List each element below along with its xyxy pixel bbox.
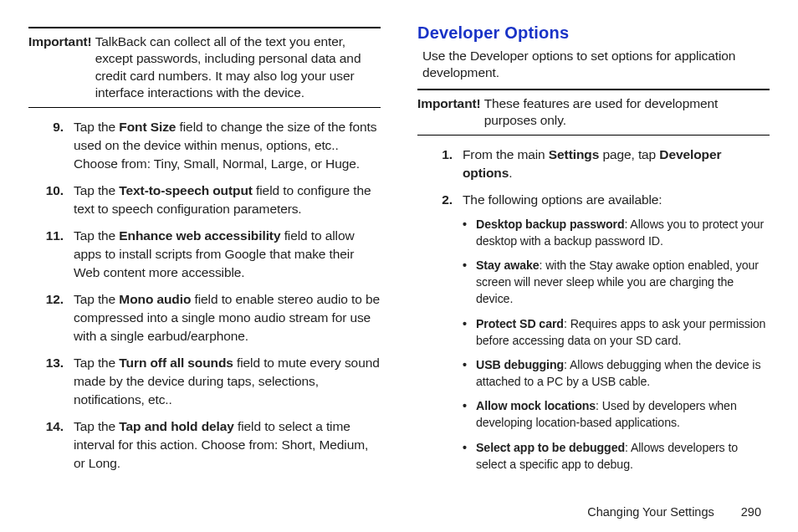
step-body: Tap the Enhance web accessibility field … [74, 227, 381, 282]
callout-body: TalkBack can collect all of the text you… [92, 33, 379, 102]
section-heading: Developer Options [417, 23, 770, 43]
step-item: 13.Tap the Turn off all sounds field to … [28, 354, 381, 409]
bullet-body: Select app to be debugged: Allows develo… [476, 439, 770, 473]
footer-section: Changing Your Settings [587, 505, 714, 519]
step-number: 2. [417, 191, 463, 480]
step-body: Tap the Tap and hold delay field to sele… [74, 417, 381, 473]
step-item: 9.Tap the Font Size field to change the … [28, 118, 381, 173]
bullet-body: Allow mock locations: Used by developers… [476, 397, 770, 431]
step-number: 14. [28, 417, 74, 473]
bullet-item: •Stay awake: with the Stay awake option … [463, 257, 770, 307]
bullet-item: •USB debugging: Allows debugging when th… [463, 356, 770, 390]
bullet-body: USB debugging: Allows debugging when the… [476, 356, 770, 390]
step-bold-term: Settings [549, 147, 599, 161]
rule-bottom [28, 107, 381, 108]
step-number: 13. [28, 354, 74, 409]
footer-page: 290 [741, 505, 761, 519]
step-item: 11.Tap the Enhance web accessibility fie… [28, 227, 381, 282]
step-body: Tap the Text-to-speech output field to c… [74, 182, 381, 218]
step-number: 1. [417, 146, 463, 182]
bullet-dot: • [463, 216, 476, 249]
step-bold-term: Font Size [119, 120, 176, 134]
step-item: 12.Tap the Mono audio field to enable st… [28, 290, 381, 345]
bullet-item: •Allow mock locations: Used by developer… [463, 397, 770, 431]
bullet-item: •Select app to be debugged: Allows devel… [463, 439, 770, 473]
step-body: The following options are available:•Des… [463, 191, 770, 480]
callout-lead: Important! [417, 95, 481, 130]
bullet-term: Desktop backup password [476, 217, 624, 231]
step-bold-term: Mono audio [119, 292, 191, 306]
step-bold-term: Text-to-speech output [119, 183, 253, 197]
step-item: 14.Tap the Tap and hold delay field to s… [28, 417, 381, 473]
step-body: Tap the Turn off all sounds field to mut… [74, 354, 381, 409]
rule-top-right [417, 89, 770, 90]
callout-dev: Important! These features are used for d… [417, 95, 770, 130]
step-body: Tap the Mono audio field to enable stere… [74, 290, 381, 345]
page-footer: Changing Your Settings 290 [587, 505, 761, 519]
bullet-body: Protect SD card: Requires apps to ask yo… [476, 315, 770, 349]
bullet-dot: • [463, 356, 476, 390]
step-number: 12. [28, 290, 74, 345]
step-bold-term: Enhance web accessibility [119, 228, 280, 243]
callout-talkback: Important! TalkBack can collect all of t… [28, 33, 381, 102]
step-item: 2.The following options are available:•D… [417, 191, 770, 480]
step-text: The following options are available: [463, 192, 662, 207]
bullet-term: Protect SD card [476, 317, 564, 330]
step-bold-term: Turn off all sounds [119, 356, 233, 370]
step-body: From the main Settings page, tap Develop… [463, 146, 770, 182]
rule-bottom-right [417, 135, 770, 136]
step-number: 10. [28, 182, 74, 218]
bullet-body: Desktop backup password: Allows you to p… [476, 216, 770, 249]
bullet-dot: • [463, 439, 476, 473]
bullet-term: Select app to be debugged [476, 441, 625, 454]
step-bold-term: Tap and hold delay [119, 419, 233, 433]
rule-top [28, 27, 381, 28]
bullet-term: USB debugging [476, 358, 564, 371]
bullet-item: •Desktop backup password: Allows you to … [463, 216, 770, 249]
right-column: Developer Options Use the Developer opti… [399, 20, 770, 517]
bullet-list: •Desktop backup password: Allows you to … [463, 216, 770, 473]
step-number: 9. [28, 118, 74, 173]
callout-lead: Important! [28, 33, 92, 102]
bullet-dot: • [463, 397, 476, 431]
section-intro: Use the Developer options to set options… [422, 48, 765, 82]
bullet-item: •Protect SD card: Requires apps to ask y… [463, 315, 770, 349]
bullet-dot: • [463, 315, 476, 349]
callout-body: These features are used for development … [481, 95, 768, 130]
bullet-term: Allow mock locations [476, 399, 596, 412]
steps-list-right: 1.From the main Settings page, tap Devel… [417, 146, 770, 480]
step-item: 1.From the main Settings page, tap Devel… [417, 146, 770, 182]
left-column: Important! TalkBack can collect all of t… [28, 20, 399, 517]
steps-list-left: 9.Tap the Font Size field to change the … [28, 118, 381, 473]
step-text: From the main Settings page, tap Develop… [463, 147, 721, 180]
step-body: Tap the Font Size field to change the si… [74, 118, 381, 173]
step-item: 10.Tap the Text-to-speech output field t… [28, 182, 381, 218]
bullet-body: Stay awake: with the Stay awake option e… [476, 257, 770, 307]
bullet-term: Stay awake [476, 258, 540, 272]
bullet-dot: • [463, 257, 476, 307]
step-number: 11. [28, 227, 74, 282]
